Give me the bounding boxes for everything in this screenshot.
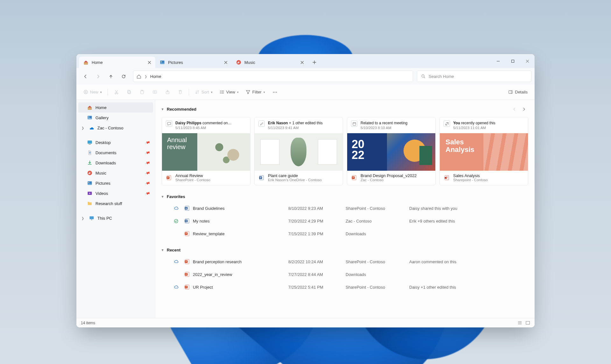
sidebar-item-downloads[interactable]: Downloads📌 — [78, 158, 153, 168]
sidebar-item-zac-contoso[interactable]: ❯ Zac - Contoso — [78, 123, 153, 133]
sort-button[interactable]: Sort ▾ — [192, 87, 215, 97]
up-button[interactable] — [105, 71, 116, 82]
sidebar-item-pictures[interactable]: Pictures📌 — [78, 178, 153, 188]
cloud-status-icon — [168, 259, 184, 264]
activity-time: 5/11/2023 8:45 AM — [175, 126, 232, 131]
sidebar-item-label: Downloads — [95, 161, 116, 165]
address-bar[interactable]: ❯ Home — [133, 71, 413, 82]
svg-rect-58 — [526, 321, 530, 324]
pin-icon: 📌 — [145, 140, 151, 145]
thumbnail — [440, 133, 528, 171]
back-button[interactable] — [80, 71, 91, 82]
recommended-card[interactable]: You recently opened this 5/11/2023 11:01… — [439, 117, 528, 185]
comment-icon — [166, 120, 172, 127]
file-row[interactable]: P UR Project 7/25/2022 5:41 PM SharePoin… — [162, 281, 528, 293]
copy-button[interactable] — [124, 87, 135, 97]
svg-rect-38 — [445, 177, 446, 179]
file-row[interactable]: P Brand perception research 8/2/2022 10:… — [162, 255, 528, 268]
tab-home[interactable]: Home — [79, 57, 155, 68]
svg-rect-33 — [353, 122, 356, 125]
tab-pictures[interactable]: Pictures — [155, 57, 232, 68]
file-date: 7/15/2022 1:39 PM — [288, 231, 346, 236]
search-input[interactable]: Search Home — [417, 71, 531, 82]
section-favorites[interactable]: ▾ Favorites — [162, 191, 528, 202]
thumbnail — [255, 133, 343, 171]
svg-point-6 — [115, 93, 116, 94]
svg-point-4 — [422, 75, 424, 77]
close-tab-button[interactable] — [146, 59, 152, 65]
recommended-card[interactable]: Daisy Philipps commented on… 5/11/2023 8… — [162, 117, 250, 185]
minimize-button[interactable] — [491, 54, 505, 68]
sidebar-item-documents[interactable]: Documents📌 — [78, 148, 153, 158]
rename-button[interactable] — [149, 87, 160, 97]
share-button[interactable] — [162, 87, 173, 97]
recommended-card[interactable]: Erik Nason + 1 other edited this 5/11/20… — [254, 117, 343, 185]
file-activity: Aaron commented on this — [409, 259, 528, 264]
tab-music[interactable]: Music — [232, 57, 308, 68]
details-pane-button[interactable]: Details — [506, 87, 530, 97]
pictures-icon — [87, 181, 92, 186]
scroll-left-button[interactable] — [510, 105, 519, 113]
sidebar-item-gallery[interactable]: Gallery — [78, 113, 153, 123]
sidebar-item-this-pc[interactable]: ❯ This PC — [78, 213, 153, 223]
scroll-right-button[interactable] — [519, 105, 528, 113]
synced-status-icon — [168, 219, 184, 223]
documents-icon — [87, 150, 92, 155]
svg-rect-26 — [90, 216, 94, 219]
forward-button[interactable] — [92, 71, 104, 82]
pin-icon: 📌 — [145, 190, 151, 196]
caption-controls — [491, 54, 535, 68]
details-view-icon[interactable] — [517, 320, 522, 325]
file-row[interactable]: W My notes 7/20/2022 4:29 PM Zac - Conto… — [162, 215, 528, 227]
new-tab-button[interactable] — [309, 57, 320, 67]
svg-text:P: P — [186, 233, 187, 235]
pictures-icon — [160, 60, 165, 65]
file-name: My notes — [193, 219, 288, 223]
section-recommended[interactable]: ▾ Recommended — [162, 104, 528, 114]
ppt-icon: P — [184, 258, 190, 265]
paste-button[interactable] — [137, 87, 147, 97]
maximize-button[interactable] — [505, 54, 520, 68]
svg-point-1 — [161, 61, 162, 62]
sidebar-item-videos[interactable]: Videos📌 — [78, 188, 153, 198]
sidebar-item-research-stuff[interactable]: Research stuff — [78, 198, 153, 209]
more-button[interactable] — [270, 87, 280, 97]
open-icon — [444, 120, 450, 127]
new-button[interactable]: New ▾ — [81, 87, 104, 97]
delete-button[interactable] — [175, 87, 186, 97]
svg-point-24 — [88, 182, 89, 183]
tab-label: Music — [244, 60, 255, 65]
thumbnail — [162, 133, 250, 171]
file-date: 7/27/2022 8:44 AM — [288, 272, 346, 277]
pin-icon: 📌 — [145, 160, 151, 166]
section-title: Recommended — [167, 107, 196, 112]
close-tab-button[interactable] — [299, 59, 305, 65]
sidebar-item-music[interactable]: Music📌 — [78, 168, 153, 178]
sidebar-item-home[interactable]: Home — [78, 102, 153, 113]
search-placeholder: Search Home — [429, 74, 454, 79]
activity-time: 5/10/2023 8:10 AM — [361, 126, 407, 131]
file-location: Zac - Contoso — [361, 178, 417, 182]
svg-rect-20 — [88, 141, 92, 144]
chevron-down-icon: ▾ — [211, 91, 213, 94]
search-icon — [421, 74, 425, 79]
thumbnails-view-icon[interactable] — [525, 320, 530, 325]
recommended-card[interactable]: Related to a recent meeting 5/10/2023 8:… — [347, 117, 436, 185]
filter-button[interactable]: Filter ▾ — [243, 87, 268, 97]
file-row[interactable]: P Review_template 7/15/2022 1:39 PM Down… — [162, 227, 528, 240]
close-window-button[interactable] — [520, 54, 535, 68]
section-recent[interactable]: ▾ Recent — [162, 244, 528, 255]
sidebar-item-label: Pictures — [95, 181, 110, 186]
cut-button[interactable] — [111, 87, 122, 97]
refresh-button[interactable] — [118, 71, 129, 82]
sidebar-item-label: Desktop — [95, 140, 111, 145]
view-button[interactable]: View ▾ — [217, 87, 241, 97]
close-tab-button[interactable] — [223, 59, 228, 65]
activity-text: You recently opened this — [453, 120, 495, 126]
activity-time: 5/11/2023 11:01 AM — [453, 126, 495, 131]
file-explorer-window: Home Pictures Music ❯ Home Search Home — [76, 54, 535, 327]
word-icon: W — [258, 175, 265, 181]
file-row[interactable]: P 2022_year_in_review 7/27/2022 8:44 AM … — [162, 268, 528, 281]
sidebar-item-desktop[interactable]: Desktop📌 — [78, 137, 153, 148]
file-row[interactable]: W Brand Guidelines 8/10/2022 9:23 AM Sha… — [162, 202, 528, 215]
